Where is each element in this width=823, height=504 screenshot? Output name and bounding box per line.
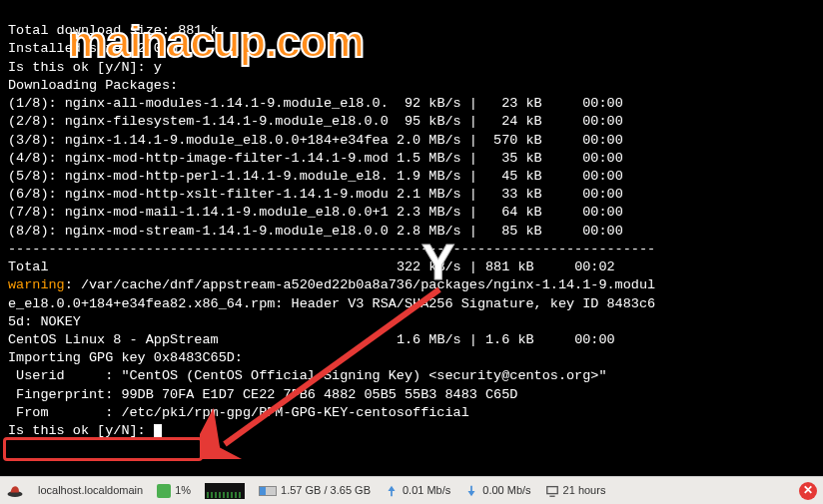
warning-line: warning: /var/cache/dnf/appstream-a520ed… bbox=[8, 277, 655, 292]
cpu-icon bbox=[157, 484, 171, 498]
line: Installed size: 2.0 M bbox=[8, 41, 178, 56]
uptime-widget[interactable]: 21 hours bbox=[545, 483, 606, 498]
cpu-widget[interactable]: 1% bbox=[157, 483, 191, 498]
monitor-icon bbox=[545, 484, 559, 498]
line: Total download size: 881 k bbox=[8, 23, 219, 38]
gpg-line: Importing GPG key 0x8483C65D: bbox=[8, 350, 243, 365]
divider: ----------------------------------------… bbox=[8, 242, 655, 256]
close-button[interactable]: ✕ bbox=[799, 482, 817, 500]
net-graph-widget[interactable] bbox=[205, 483, 245, 499]
pkg-row: (6/8): nginx-mod-http-xslt-filter-1.14.1… bbox=[8, 187, 623, 202]
net-down-widget[interactable]: 0.00 Mb/s bbox=[464, 483, 530, 498]
net-down-value: 0.00 Mb/s bbox=[482, 483, 530, 498]
total-row: Total 322 kB/s | 881 kB 00:02 bbox=[8, 259, 615, 274]
uptime-value: 21 hours bbox=[563, 483, 606, 498]
appstream-row: CentOS Linux 8 - AppStream 1.6 MB/s | 1.… bbox=[8, 332, 615, 347]
cursor-icon bbox=[154, 424, 162, 438]
pkg-row: (2/8): nginx-filesystem-1.14.1-9.module_… bbox=[8, 114, 623, 129]
terminal-output[interactable]: Total download size: 881 k Installed siz… bbox=[0, 0, 823, 444]
download-icon bbox=[464, 484, 478, 498]
pkg-row: (7/8): nginx-mod-mail-1.14.1-9.module_el… bbox=[8, 205, 623, 220]
svg-rect-2 bbox=[546, 486, 557, 493]
cpu-value: 1% bbox=[175, 483, 191, 498]
hostname-label[interactable]: localhost.localdomain bbox=[38, 483, 143, 498]
os-icon[interactable] bbox=[6, 482, 24, 500]
pkg-row: (4/8): nginx-mod-http-image-filter-1.14.… bbox=[8, 151, 623, 166]
upload-icon bbox=[385, 484, 399, 498]
net-up-value: 0.01 Mb/s bbox=[403, 483, 450, 498]
gpg-line: Fingerprint: 99DB 70FA E1D7 CE22 7FB6 48… bbox=[8, 387, 517, 402]
pkg-row: (5/8): nginx-mod-http-perl-1.14.1-9.modu… bbox=[8, 169, 623, 184]
ram-icon bbox=[259, 486, 277, 496]
prompt-line[interactable]: Is this ok [y/N]: bbox=[8, 423, 162, 438]
gpg-line: From : /etc/pki/rpm-gpg/RPM-GPG-KEY-cent… bbox=[8, 405, 469, 420]
warning-line: 5d: NOKEY bbox=[8, 314, 81, 329]
ram-value: 1.57 GB / 3.65 GB bbox=[281, 483, 371, 498]
pkg-row: (3/8): nginx-1.14.1-9.module_el8.0.0+184… bbox=[8, 133, 623, 148]
line: Downloading Packages: bbox=[8, 78, 178, 93]
gpg-line: Userid : "CentOS (CentOS Official Signin… bbox=[8, 368, 607, 383]
taskbar[interactable]: localhost.localdomain 1% 1.57 GB / 3.65 … bbox=[0, 476, 823, 504]
net-up-widget[interactable]: 0.01 Mb/s bbox=[385, 483, 450, 498]
pkg-row: (1/8): nginx-all-modules-1.14.1-9.module… bbox=[8, 96, 623, 111]
network-graph-icon bbox=[205, 483, 245, 499]
warning-line: e_el8.0.0+184+e34fea82.x86_64.rpm: Heade… bbox=[8, 296, 655, 311]
prompt-highlight-box bbox=[3, 437, 203, 461]
line: Is this ok [y/N]: y bbox=[8, 60, 162, 75]
pkg-row: (8/8): nginx-mod-stream-1.14.1-9.module_… bbox=[8, 224, 623, 239]
ram-widget[interactable]: 1.57 GB / 3.65 GB bbox=[259, 483, 371, 498]
